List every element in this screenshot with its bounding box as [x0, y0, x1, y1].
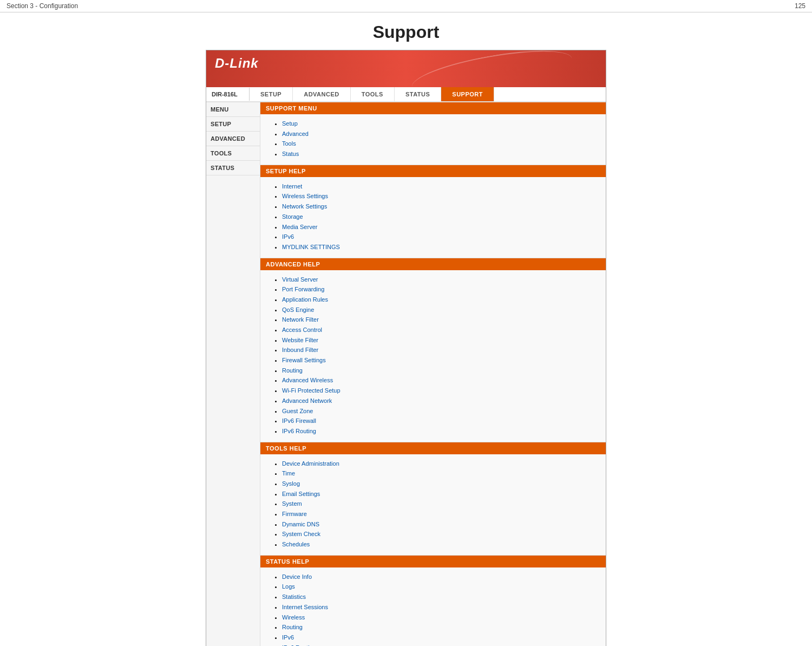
list-item: Storage: [282, 212, 598, 222]
sidebar: MENUSETUPADVANCEDTOOLSSTATUS: [206, 102, 260, 646]
list-item: IPv6: [282, 632, 598, 643]
list-item: MYDLINK SETTINGS: [282, 242, 598, 252]
list-item: Virtual Server: [282, 275, 598, 285]
list-item: Application Rules: [282, 295, 598, 305]
link-syslog[interactable]: Syslog: [282, 480, 300, 487]
list-item: Firewall Settings: [282, 355, 598, 366]
list-item: Routing: [282, 622, 598, 632]
link-device-administration[interactable]: Device Administration: [282, 460, 339, 467]
list-item: Time: [282, 468, 598, 479]
link-status[interactable]: Status: [282, 151, 299, 157]
link-qos-engine[interactable]: QoS Engine: [282, 306, 314, 313]
link-system-check[interactable]: System Check: [282, 531, 320, 537]
list-item: Wireless Settings: [282, 191, 598, 201]
link-virtual-server[interactable]: Virtual Server: [282, 276, 318, 283]
section-header-3: TOOLS HELP: [260, 442, 606, 454]
sidebar-item-setup[interactable]: SETUP: [206, 117, 260, 132]
section-body-0: SetupAdvancedToolsStatus: [260, 114, 606, 165]
list-item: Guest Zone: [282, 406, 598, 416]
sidebar-item-menu[interactable]: MENU: [206, 102, 260, 117]
link-storage[interactable]: Storage: [282, 213, 303, 220]
nav-tab-advanced[interactable]: ADVANCED: [293, 87, 351, 101]
link-access-control[interactable]: Access Control: [282, 327, 322, 333]
link-application-rules[interactable]: Application Rules: [282, 296, 328, 303]
list-item: Email Settings: [282, 489, 598, 499]
nav-tabs: SETUPADVANCEDTOOLSSTATUSSUPPORT: [250, 87, 606, 101]
link-advanced[interactable]: Advanced: [282, 130, 309, 137]
link-firmware[interactable]: Firmware: [282, 511, 307, 517]
list-item: Internet Sessions: [282, 602, 598, 612]
list-item: IPv6: [282, 232, 598, 242]
link-ipv6-routing[interactable]: IPv6 Routing: [282, 644, 316, 646]
list-item: Media Server: [282, 222, 598, 232]
link-device-info[interactable]: Device Info: [282, 573, 312, 580]
link-time[interactable]: Time: [282, 470, 295, 477]
list-item: Network Settings: [282, 201, 598, 212]
link-mydlink-settings[interactable]: MYDLINK SETTINGS: [282, 244, 340, 250]
link-ipv6-routing[interactable]: IPv6 Routing: [282, 428, 316, 434]
link-advanced-network[interactable]: Advanced Network: [282, 397, 332, 404]
link-dynamic-dns[interactable]: Dynamic DNS: [282, 521, 319, 527]
page-number-top: 125: [795, 2, 806, 10]
link-schedules[interactable]: Schedules: [282, 541, 310, 547]
list-item: Setup: [282, 119, 598, 129]
link-inbound-filter[interactable]: Inbound Filter: [282, 347, 318, 353]
list-item: Firmware: [282, 509, 598, 519]
nav-tab-setup[interactable]: SETUP: [250, 87, 293, 101]
link-internet-sessions[interactable]: Internet Sessions: [282, 604, 328, 610]
section-header-4: STATUS HELP: [260, 556, 606, 567]
list-item: IPv6 Routing: [282, 643, 598, 646]
list-item: Device Info: [282, 572, 598, 582]
list-item: Wireless: [282, 612, 598, 623]
link-statistics[interactable]: Statistics: [282, 593, 306, 600]
list-item: Routing: [282, 366, 598, 376]
page-title: Support: [0, 22, 812, 42]
sidebar-item-advanced[interactable]: ADVANCED: [206, 132, 260, 146]
link-routing[interactable]: Routing: [282, 367, 303, 374]
link-internet[interactable]: Internet: [282, 183, 302, 190]
link-port-forwarding[interactable]: Port Forwarding: [282, 286, 324, 292]
model-label: DIR-816L: [206, 88, 250, 101]
section-body-3: Device AdministrationTimeSyslogEmail Set…: [260, 454, 606, 556]
list-item: System: [282, 499, 598, 509]
link-email-settings[interactable]: Email Settings: [282, 491, 320, 497]
nav-tab-support[interactable]: SUPPORT: [441, 87, 494, 101]
list-item: Internet: [282, 181, 598, 192]
link-wireless[interactable]: Wireless: [282, 614, 305, 621]
link-wireless-settings[interactable]: Wireless Settings: [282, 193, 328, 199]
link-wi-fi-protected-setup[interactable]: Wi-Fi Protected Setup: [282, 387, 340, 394]
link-ipv6[interactable]: IPv6: [282, 634, 294, 641]
link-system[interactable]: System: [282, 500, 302, 507]
link-website-filter[interactable]: Website Filter: [282, 337, 318, 343]
link-ipv6-firewall[interactable]: IPv6 Firewall: [282, 417, 316, 424]
link-network-filter[interactable]: Network Filter: [282, 316, 319, 323]
section-body-4: Device InfoLogsStatisticsInternet Sessio…: [260, 567, 606, 646]
content-area: SUPPORT MENUSetupAdvancedToolsStatusSETU…: [260, 102, 606, 646]
section-body-2: Virtual ServerPort ForwardingApplication…: [260, 270, 606, 442]
dlink-logo: D-Link: [215, 56, 597, 71]
link-firewall-settings[interactable]: Firewall Settings: [282, 357, 326, 363]
sidebar-item-status[interactable]: STATUS: [206, 161, 260, 175]
list-item: Access Control: [282, 325, 598, 335]
nav-tab-tools[interactable]: TOOLS: [351, 87, 395, 101]
link-tools[interactable]: Tools: [282, 140, 296, 147]
link-advanced-wireless[interactable]: Advanced Wireless: [282, 377, 333, 383]
list-item: Statistics: [282, 592, 598, 602]
router-ui: D-Link DIR-816L SETUPADVANCEDTOOLSSTATUS…: [206, 50, 606, 646]
list-item: Wi-Fi Protected Setup: [282, 386, 598, 396]
link-ipv6[interactable]: IPv6: [282, 233, 294, 240]
sidebar-item-tools[interactable]: TOOLS: [206, 146, 260, 161]
link-logs[interactable]: Logs: [282, 583, 295, 590]
list-item: Inbound Filter: [282, 345, 598, 355]
link-media-server[interactable]: Media Server: [282, 224, 317, 230]
link-routing[interactable]: Routing: [282, 624, 303, 630]
link-network-settings[interactable]: Network Settings: [282, 203, 327, 210]
link-setup[interactable]: Setup: [282, 120, 298, 127]
link-guest-zone[interactable]: Guest Zone: [282, 408, 313, 414]
list-item: Advanced Network: [282, 396, 598, 406]
nav-tab-status[interactable]: STATUS: [395, 87, 441, 101]
list-item: Syslog: [282, 479, 598, 489]
main-content: MENUSETUPADVANCEDTOOLSSTATUS SUPPORT MEN…: [206, 102, 606, 646]
list-item: Advanced Wireless: [282, 375, 598, 386]
nav-bar: DIR-816L SETUPADVANCEDTOOLSSTATUSSUPPORT: [206, 87, 606, 102]
